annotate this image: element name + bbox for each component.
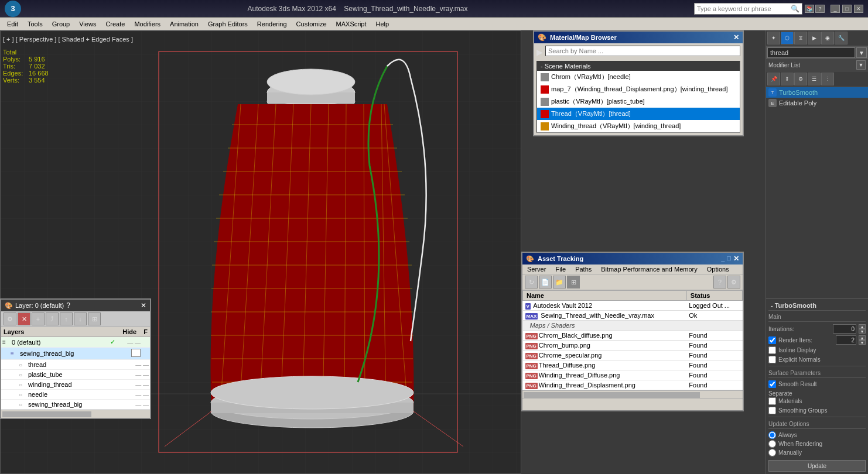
asset-row-8[interactable]: PNGWinding_thread_Displasment.png Found bbox=[523, 380, 743, 390]
modifier-search-input[interactable] bbox=[767, 47, 855, 58]
settings-icon[interactable]: ⚙ bbox=[794, 73, 807, 85]
close-btn[interactable]: ✕ bbox=[854, 5, 863, 13]
asset-row-4[interactable]: PNGChrom_bump.png Found bbox=[523, 341, 743, 351]
layers-hscroll-thumb[interactable] bbox=[2, 411, 91, 417]
layer-row-5[interactable]: ○ needle — — bbox=[1, 390, 150, 400]
layers-close-btn[interactable]: ✕ bbox=[141, 301, 146, 310]
search-books-btn[interactable]: 📚 bbox=[805, 5, 814, 13]
menu-animation[interactable]: Animation bbox=[165, 19, 203, 29]
materials-checkbox[interactable] bbox=[768, 397, 776, 405]
search-input[interactable] bbox=[697, 5, 791, 12]
layers-hscroll[interactable] bbox=[1, 410, 150, 418]
smooth-result-checkbox[interactable] bbox=[768, 380, 776, 388]
layers-move-down-btn[interactable]: ↓ bbox=[74, 312, 87, 325]
update-button[interactable]: Update bbox=[768, 460, 866, 472]
menu-maxscript[interactable]: MAXScript bbox=[332, 19, 371, 29]
menu-edit[interactable]: Edit bbox=[2, 19, 23, 29]
isoline-checkbox[interactable] bbox=[768, 346, 776, 354]
modifier-search-btn[interactable]: ▼ bbox=[856, 47, 867, 58]
menu-views[interactable]: Views bbox=[74, 19, 101, 29]
extra-icon[interactable]: ⋮ bbox=[821, 73, 834, 85]
move-icon[interactable]: ⇕ bbox=[781, 73, 794, 85]
pin-icon[interactable]: 📌 bbox=[767, 73, 780, 85]
layers-help-btn[interactable]: ? bbox=[66, 301, 70, 310]
render-iters-up[interactable]: ▲ bbox=[859, 335, 866, 340]
material-item-0[interactable]: Chrom（VRayMtl）[needle] bbox=[537, 71, 740, 83]
asset-menu-options[interactable]: Options bbox=[702, 265, 734, 274]
menu-tools[interactable]: Tools bbox=[23, 19, 47, 29]
render-iters-checkbox[interactable] bbox=[768, 336, 776, 344]
asset-help-btn[interactable]: ? bbox=[713, 276, 726, 288]
layer-row-3[interactable]: ○ plastic_tube — — bbox=[1, 370, 150, 380]
menu-help[interactable]: Help bbox=[371, 19, 394, 29]
layers-add-btn[interactable]: + bbox=[32, 312, 45, 325]
always-radio[interactable] bbox=[768, 431, 776, 439]
layer-row-4[interactable]: ○ winding_thread — — bbox=[1, 380, 150, 390]
search-icon[interactable]: 🔍 bbox=[791, 5, 799, 13]
when-rendering-radio[interactable] bbox=[768, 440, 776, 448]
create-icon[interactable]: ✦ bbox=[767, 32, 780, 44]
layers-settings-btn[interactable]: ⚙ bbox=[4, 312, 16, 325]
iterations-up[interactable]: ▲ bbox=[859, 324, 866, 329]
asset-col-name[interactable]: Name bbox=[523, 291, 687, 301]
asset-row-3[interactable]: PNGChrom_Black_diffuse.png Found bbox=[523, 331, 743, 341]
material-item-1[interactable]: map_7（Winding_thread_Displasment.png）[wi… bbox=[537, 83, 740, 95]
asset-close-btn[interactable]: ✕ bbox=[733, 255, 739, 263]
layer-row-0[interactable]: ≡ 0 (default) ✓ — — bbox=[1, 337, 150, 348]
smoothing-groups-checkbox[interactable] bbox=[768, 407, 776, 414]
iterations-down[interactable]: ▼ bbox=[859, 329, 866, 334]
asset-restore-btn[interactable]: □ bbox=[727, 255, 731, 263]
hierarchy-icon[interactable]: ⧖ bbox=[794, 32, 807, 44]
asset-col-status[interactable]: Status bbox=[686, 291, 742, 301]
utilities-icon[interactable]: 🔧 bbox=[835, 32, 848, 44]
restore-btn[interactable]: □ bbox=[842, 5, 852, 13]
motion-icon[interactable]: ▶ bbox=[808, 32, 821, 44]
layer-row-6[interactable]: ○ sewing_thread_big — — bbox=[1, 400, 150, 410]
menu-graph-editors[interactable]: Graph Editors bbox=[203, 19, 252, 29]
minimize-btn[interactable]: _ bbox=[831, 5, 840, 13]
layer-row-2[interactable]: ○ thread — — bbox=[1, 360, 150, 370]
asset-row-7[interactable]: PNGWinding_thread_Diffuse.png Found bbox=[523, 370, 743, 380]
modifier-list-dropdown[interactable]: ▼ bbox=[856, 60, 866, 70]
asset-refresh-btn[interactable]: ↻ bbox=[525, 276, 538, 288]
asset-config-btn[interactable]: ⚙ bbox=[727, 276, 740, 288]
asset-scroll-area[interactable]: Name Status V Autodesk Vault 2012 Logged… bbox=[522, 290, 743, 390]
search-bar[interactable]: 🔍 bbox=[694, 3, 802, 15]
modifier-item-editablepoly[interactable]: E Editable Poly bbox=[766, 98, 868, 108]
render-iters-input[interactable] bbox=[836, 335, 856, 345]
render-iters-down[interactable]: ▼ bbox=[859, 340, 866, 345]
material-scroll[interactable]: Chrom（VRayMtl）[needle] map_7（Winding_thr… bbox=[537, 71, 740, 132]
asset-row-5[interactable]: PNGChrome_specular.png Found bbox=[523, 351, 743, 360]
material-browser-close[interactable]: ✕ bbox=[733, 33, 739, 42]
menu-customize[interactable]: Customize bbox=[292, 19, 332, 29]
asset-menu-file[interactable]: File bbox=[551, 265, 570, 274]
modify-icon[interactable]: ⬡ bbox=[781, 32, 794, 44]
asset-menu-bitmap[interactable]: Bitmap Performance and Memory bbox=[596, 265, 702, 274]
asset-row-max[interactable]: MAX Sewing_Thread_with_Needle_vray.max O… bbox=[523, 311, 743, 321]
iterations-input[interactable] bbox=[833, 324, 856, 334]
material-search-row[interactable] bbox=[545, 46, 740, 56]
layers-delete-btn[interactable]: ✕ bbox=[18, 312, 30, 325]
asset-row-vault[interactable]: V Autodesk Vault 2012 Logged Out ... bbox=[523, 301, 743, 311]
layers-move-to-btn[interactable]: ⤴ bbox=[46, 312, 59, 325]
menu-create[interactable]: Create bbox=[101, 19, 129, 29]
menu-rendering[interactable]: Rendering bbox=[252, 19, 292, 29]
hscroll-thumb[interactable] bbox=[524, 392, 700, 398]
config-icon[interactable]: ☰ bbox=[808, 73, 821, 85]
asset-row-6[interactable]: PNGThread_Diffuse.png Found bbox=[523, 360, 743, 370]
asset-minimize-btn[interactable]: _ bbox=[721, 255, 725, 263]
help-btn[interactable]: ? bbox=[815, 5, 825, 13]
layer-row-1[interactable]: ≡ sewing_thread_big bbox=[1, 348, 150, 360]
asset-table-btn[interactable]: ⊞ bbox=[567, 276, 580, 288]
menu-group[interactable]: Group bbox=[47, 19, 75, 29]
asset-folder-btn[interactable]: 📁 bbox=[553, 276, 566, 288]
layers-move-up-btn[interactable]: ↑ bbox=[60, 312, 73, 325]
material-item-2[interactable]: plastic（VRayMtl）[plastic_tube] bbox=[537, 95, 740, 108]
asset-menu-paths[interactable]: Paths bbox=[570, 265, 596, 274]
asset-file-btn[interactable]: 📄 bbox=[539, 276, 552, 288]
display-icon[interactable]: ◉ bbox=[821, 32, 834, 44]
modifier-item-turbosmooth[interactable]: T TurboSmooth bbox=[766, 87, 868, 98]
menu-modifiers[interactable]: Modifiers bbox=[129, 19, 165, 29]
material-search-input[interactable] bbox=[548, 47, 737, 54]
collapse-arrow[interactable]: ▶ bbox=[536, 47, 543, 57]
